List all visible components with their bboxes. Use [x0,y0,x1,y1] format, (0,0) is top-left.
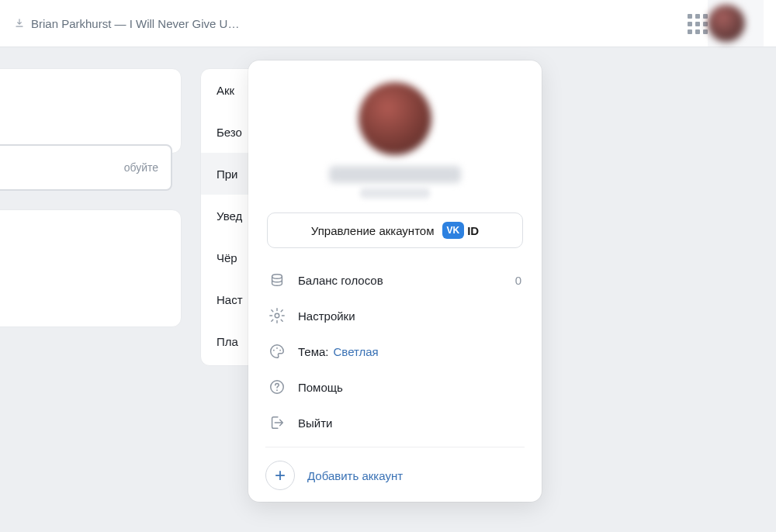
now-playing[interactable]: Brian Parkhurst — I Will Never Give U… [0,17,239,30]
balance-value: 0 [515,274,521,287]
logout-item[interactable]: Выйти [248,405,542,440]
background-try-box: обуйте [0,144,172,191]
svg-point-0 [272,275,282,279]
svg-point-4 [279,350,281,351]
menu-divider [265,447,525,447]
svg-point-2 [273,350,275,351]
vk-id-badge: VKID [442,222,480,239]
profile-avatar [359,82,431,155]
logout-icon [268,414,286,431]
profile-button[interactable] [708,0,764,47]
manage-account-button[interactable]: Управление аккаунтом VKID [267,212,523,248]
svg-point-1 [275,313,279,318]
profile-menu: Управление аккаунтом VKID Баланс голосов… [248,60,542,502]
top-bar: Brian Parkhurst — I Will Never Give U… [0,0,776,47]
balance-item[interactable]: Баланс голосов 0 [248,262,542,298]
background-panel [0,209,182,327]
help-item[interactable]: Помощь [248,369,542,405]
apps-grid-button[interactable] [688,14,708,34]
gear-icon [268,307,286,324]
try-text: обуйте [124,161,158,174]
profile-sub-blurred [360,188,430,199]
svg-point-3 [276,347,278,349]
plus-icon: + [265,461,295,490]
help-icon [268,378,286,396]
download-icon [14,18,25,29]
balance-label: Баланс голосов [298,274,383,287]
logout-label: Выйти [298,416,332,430]
profile-name-blurred [329,166,461,183]
coins-icon [268,271,286,288]
track-title: Brian Parkhurst — I Will Never Give U… [31,17,239,30]
theme-item[interactable]: Тема: Светлая [248,333,542,369]
add-account-label: Добавить аккаунт [307,469,403,482]
manage-label: Управление аккаунтом [311,224,435,237]
background-panel [0,68,182,154]
avatar-icon [708,5,745,42]
svg-point-6 [276,389,278,391]
theme-value[interactable]: Светлая [334,345,379,358]
help-label: Помощь [298,381,343,394]
add-account-item[interactable]: + Добавить аккаунт [248,454,542,497]
settings-label: Настройки [298,309,355,323]
theme-label: Тема: [298,345,329,358]
palette-icon [268,343,286,360]
settings-item[interactable]: Настройки [248,298,542,333]
